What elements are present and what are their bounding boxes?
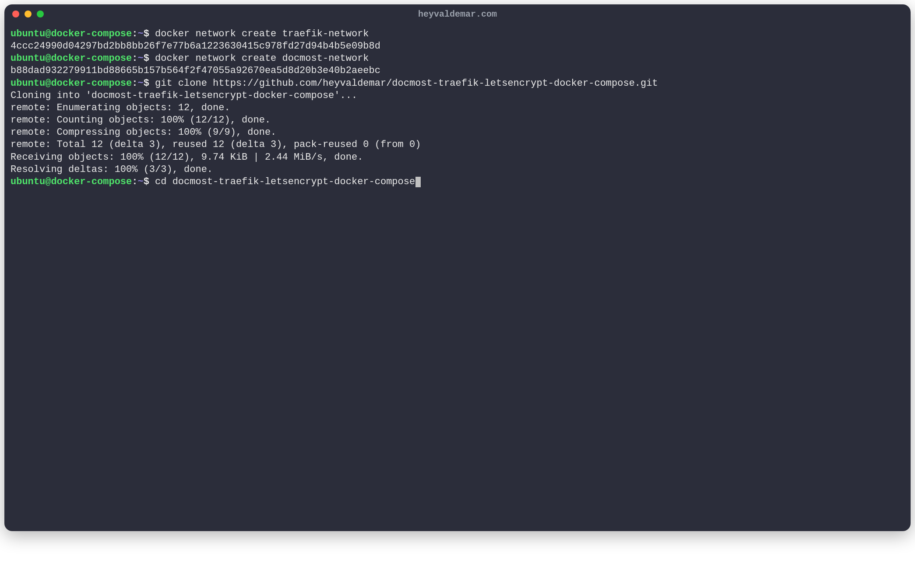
prompt-colon: : (132, 53, 137, 64)
terminal-output-line: remote: Counting objects: 100% (12/12), … (11, 114, 904, 126)
prompt-dollar: $ (144, 176, 149, 187)
prompt-user-host: ubuntu@docker-compose (11, 28, 132, 39)
output-text: remote: Counting objects: 100% (12/12), … (11, 115, 271, 126)
prompt-command: docker network create traefik-network (149, 28, 369, 39)
prompt-path: ~ (137, 28, 143, 39)
close-icon[interactable] (12, 10, 19, 18)
terminal-output-line: remote: Total 12 (delta 3), reused 12 (d… (11, 139, 904, 151)
output-text: remote: Total 12 (delta 3), reused 12 (d… (11, 139, 421, 150)
terminal-output-line: Cloning into 'docmost-traefik-letsencryp… (11, 90, 904, 102)
window-title: heyvaldemar.com (4, 9, 911, 19)
prompt-command: cd docmost-traefik-letsencrypt-docker-co… (149, 176, 415, 187)
prompt-user-host: ubuntu@docker-compose (11, 176, 132, 187)
terminal-output-line: Resolving deltas: 100% (3/3), done. (11, 164, 904, 176)
terminal-output-line: b88dad932279911bd88665b157b564f2f47055a9… (11, 65, 904, 77)
prompt-user-host: ubuntu@docker-compose (11, 53, 132, 64)
output-text: Cloning into 'docmost-traefik-letsencryp… (11, 90, 357, 101)
prompt-dollar: $ (144, 53, 149, 64)
minimize-icon[interactable] (25, 10, 32, 18)
terminal-output-line: Receiving objects: 100% (12/12), 9.74 Ki… (11, 151, 904, 164)
prompt-user-host: ubuntu@docker-compose (11, 78, 132, 89)
prompt-command: git clone https://github.com/heyvaldemar… (149, 78, 658, 89)
terminal-prompt-line: ubuntu@docker-compose:~$ docker network … (11, 28, 904, 40)
prompt-dollar: $ (144, 78, 149, 89)
output-text: remote: Enumerating objects: 12, done. (11, 102, 230, 113)
output-text: b88dad932279911bd88665b157b564f2f47055a9… (11, 65, 380, 76)
terminal-output-line: remote: Enumerating objects: 12, done. (11, 102, 904, 114)
terminal-prompt-line: ubuntu@docker-compose:~$ git clone https… (11, 77, 904, 90)
terminal-prompt-line: ubuntu@docker-compose:~$ cd docmost-trae… (11, 176, 904, 188)
prompt-colon: : (132, 78, 137, 89)
output-text: remote: Compressing objects: 100% (9/9),… (11, 127, 276, 138)
terminal-output-line: remote: Compressing objects: 100% (9/9),… (11, 126, 904, 139)
prompt-colon: : (132, 176, 137, 187)
cursor-icon (415, 177, 421, 187)
prompt-path: ~ (137, 176, 143, 187)
terminal-output-line: 4ccc24990d04297bd2bb8bb26f7e77b6a1223630… (11, 40, 904, 52)
prompt-command: docker network create docmost-network (149, 53, 369, 64)
terminal-window: heyvaldemar.com ubuntu@docker-compose:~$… (4, 4, 911, 531)
terminal-prompt-line: ubuntu@docker-compose:~$ docker network … (11, 52, 904, 65)
maximize-icon[interactable] (37, 10, 44, 18)
output-text: Resolving deltas: 100% (3/3), done. (11, 164, 213, 175)
prompt-path: ~ (137, 53, 143, 64)
prompt-colon: : (132, 28, 137, 39)
output-text: Receiving objects: 100% (12/12), 9.74 Ki… (11, 152, 363, 163)
prompt-path: ~ (137, 78, 143, 89)
title-bar[interactable]: heyvaldemar.com (4, 4, 911, 24)
terminal-body[interactable]: ubuntu@docker-compose:~$ docker network … (4, 24, 911, 531)
prompt-dollar: $ (144, 28, 149, 39)
output-text: 4ccc24990d04297bd2bb8bb26f7e77b6a1223630… (11, 41, 380, 52)
traffic-lights (12, 10, 44, 18)
